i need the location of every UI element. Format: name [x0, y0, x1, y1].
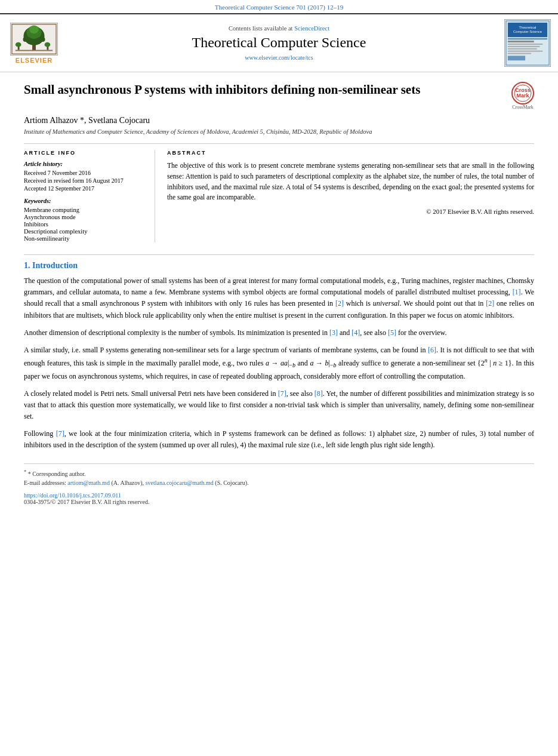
journal-url[interactable]: www.elsevier.com/locate/tcs: [67, 54, 491, 61]
abstract-title: ABSTRACT: [167, 150, 534, 156]
intro-paragraph-2: Another dimension of descriptional compl…: [24, 327, 534, 339]
keywords-title: Keywords:: [24, 198, 145, 204]
affiliation-line: Institute of Mathematics and Computer Sc…: [24, 128, 534, 135]
ref-7a[interactable]: [7]: [278, 389, 286, 398]
svg-text:Mark: Mark: [516, 93, 529, 99]
svg-rect-19: [508, 41, 534, 42]
ref-2b[interactable]: [2]: [486, 299, 494, 308]
ref-7b[interactable]: [7]: [56, 429, 64, 438]
journal-logo-right: Theoretical Computer Science: [497, 19, 551, 67]
svg-rect-22: [508, 48, 537, 50]
svg-rect-24: [508, 53, 531, 54]
ref-3[interactable]: [3]: [329, 328, 338, 337]
elsevier-logo-left: ELSEVIER: [7, 23, 61, 64]
svg-point-5: [29, 25, 39, 33]
svg-rect-25: [508, 56, 525, 60]
sciencedirect-link[interactable]: ScienceDirect: [294, 25, 329, 32]
doi-link[interactable]: https://doi.org/10.1016/j.tcs.2017.09.01…: [24, 492, 534, 499]
copyright-notice: © 2017 Elsevier B.V. All rights reserved…: [167, 208, 534, 215]
journal-center-info: Contents lists available at ScienceDirec…: [61, 25, 497, 62]
email-footnote: E-mail addresses: artiom@math.md (A. Alh…: [24, 478, 534, 487]
ref-5[interactable]: [5]: [388, 328, 396, 337]
keyword-1: Membrane computing: [24, 207, 145, 213]
intro-paragraph-5: Following [7], we look at the four minim…: [24, 428, 534, 451]
article-info-panel: ARTICLE INFO Article history: Received 7…: [24, 150, 155, 242]
elsevier-tree-image: [10, 23, 58, 56]
crossmark-section: Cross Mark CrossMark: [511, 82, 534, 110]
info-abstract-section: ARTICLE INFO Article history: Received 7…: [24, 150, 534, 242]
email-1-link[interactable]: artiom@math.md: [67, 480, 110, 486]
elsevier-brand-text: ELSEVIER: [16, 57, 53, 64]
article-title-section: Small asynchronous P systems with inhibi…: [24, 82, 534, 110]
journal-title: Theoretical Computer Science: [67, 34, 491, 51]
received-date-1: Received 7 November 2016: [24, 170, 145, 176]
ref-1[interactable]: [1]: [513, 288, 521, 296]
issn-line: 0304-3975/© 2017 Elsevier B.V. All right…: [24, 499, 534, 505]
intro-paragraph-1: The question of the computational power …: [24, 275, 534, 321]
ref-2a[interactable]: [2]: [335, 299, 344, 308]
accepted-date: Accepted 12 September 2017: [24, 185, 145, 192]
article-title: Small asynchronous P systems with inhibi…: [24, 82, 502, 98]
crossmark-icon: Cross Mark: [511, 82, 534, 105]
intro-paragraph-4: A closely related model is Petri nets. S…: [24, 388, 534, 423]
corresponding-author-note: * * Corresponding author.: [24, 469, 534, 478]
main-content: Small asynchronous P systems with inhibi…: [0, 72, 558, 517]
svg-point-10: [16, 42, 21, 47]
svg-rect-20: [508, 44, 542, 45]
article-history-title: Article history:: [24, 161, 145, 167]
authors-line: Artiom Alhazov *, Svetlana Cojocaru: [24, 116, 534, 125]
ref-8[interactable]: [8]: [315, 389, 323, 398]
contents-available-line: Contents lists available at ScienceDirec…: [67, 25, 491, 32]
svg-point-12: [45, 42, 51, 47]
article-info-title: ARTICLE INFO: [24, 150, 145, 156]
email-2-link[interactable]: svetlana.cojocaru@math.md: [146, 480, 214, 486]
abstract-panel: ABSTRACT The objective of this work is t…: [167, 150, 534, 242]
journal-reference-text: Theoretical Computer Science 701 (2017) …: [215, 4, 343, 11]
svg-rect-23: [508, 51, 542, 52]
crossmark-label: CrossMark: [512, 105, 534, 110]
footer-section: * * Corresponding author. E-mail address…: [24, 463, 534, 505]
svg-rect-21: [508, 46, 540, 47]
keyword-2: Asynchronous mode: [24, 214, 145, 220]
svg-point-7: [41, 37, 45, 42]
journal-reference-bar: Theoretical Computer Science 701 (2017) …: [0, 0, 558, 13]
divider-2: [24, 254, 534, 255]
abstract-text: The objective of this work is to present…: [167, 161, 534, 203]
ref-4[interactable]: [4]: [352, 328, 360, 337]
intro-heading: 1. Introduction: [24, 261, 534, 271]
svg-rect-18: [508, 38, 547, 39]
keyword-4: Descriptional complexity: [24, 228, 145, 235]
tcs-journal-image: Theoretical Computer Science: [504, 19, 551, 67]
intro-paragraph-3: A similar study, i.e. small P systems ge…: [24, 345, 534, 382]
received-date-2: Received in revised form 16 August 2017: [24, 177, 145, 184]
svg-rect-8: [16, 50, 53, 51]
divider-1: [24, 143, 534, 144]
introduction-section: 1. Introduction The question of the comp…: [24, 261, 534, 451]
ref-6[interactable]: [6]: [428, 346, 436, 354]
keyword-3: Inhibitors: [24, 221, 145, 228]
journal-header: ELSEVIER Contents lists available at Sci…: [0, 13, 558, 72]
keyword-5: Non-semilinearity: [24, 235, 145, 242]
svg-point-6: [23, 37, 27, 42]
svg-text:Theoretical: Theoretical: [519, 26, 537, 29]
svg-text:Computer Science: Computer Science: [513, 30, 542, 33]
following-text: Following: [24, 429, 53, 438]
